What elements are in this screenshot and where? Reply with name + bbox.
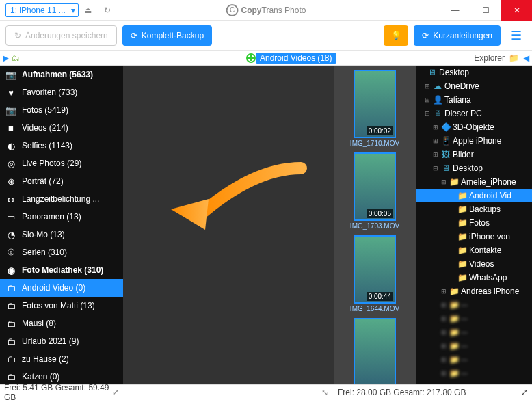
tree-expand-icon[interactable]: ⊞ [432,124,439,131]
tree-expand-icon[interactable]: ⊞ [440,343,447,349]
tree-item[interactable]: 📁Kontakte [416,243,532,257]
tree-item[interactable]: 🖥Desktop [416,66,532,79]
album-icon: ♥ [5,88,16,98]
sidebar-item[interactable]: ◔Slo-Mo (13) [0,226,123,243]
tree-item[interactable]: ⊟🖥Dieser PC [416,107,532,120]
video-duration: 0:00:44 [367,292,393,301]
album-icon: ■ [5,123,16,133]
tree-expand-icon[interactable]: ⊞ [440,329,447,336]
tree-expand-icon[interactable]: ⊟ [432,165,439,172]
tree-item[interactable]: 📁iPhone von [416,230,532,243]
tree-item[interactable]: ⊞📁··· [416,366,532,380]
expand-icon[interactable]: ⤢ [521,388,528,397]
sidebar-item[interactable]: 🗀Urlaub 2021 (9) [0,332,123,350]
expand-icon[interactable]: ⤡ [321,388,328,397]
preview-pane [123,66,334,384]
sidebar-item[interactable]: ⦾Serien (310) [0,243,123,261]
tree-item-label: ··· [461,328,468,337]
tree-item-label: Desktop [439,68,469,77]
tree-expand-icon[interactable]: ⊞ [440,302,447,308]
refresh-icon[interactable]: ↻ [98,1,117,20]
sidebar-item[interactable]: 🗀Android Video (0) [0,279,123,297]
tree-item[interactable]: 📁Fotos [416,216,532,230]
tree-item[interactable]: ⊞🖼Bilder [416,148,532,161]
tree-item[interactable]: ⊞📁··· [416,339,532,353]
tree-item[interactable]: 📁WhatsApp [416,271,532,284]
tree-item-label: WhatsApp [469,273,507,282]
tree-item[interactable]: 📁Android Vid [416,189,532,202]
thumbnail[interactable] [341,318,409,384]
thumbnail-filename: IMG_1644.MOV [350,305,399,312]
thumbnail-filename: IMG_1703.MOV [350,222,399,230]
sidebar-item-label: Android Video (0) [22,283,85,293]
sidebar-item-label: Slo-Mo (13) [22,230,65,239]
tree-expand-icon[interactable]: ⊞ [440,370,447,377]
save-changes-button[interactable]: ↻Änderungen speichern [5,25,117,46]
sidebar-item[interactable]: ◉Foto Mediathek (310) [0,261,123,279]
sidebar-item[interactable]: ■Videos (214) [0,119,123,137]
sidebar-item[interactable]: 📷Aufnahmen (5633) [0,66,123,83]
sidebar-item-label: Porträt (72) [22,176,64,186]
quickstart-button[interactable]: ⟳Kurzanleitungen [414,25,501,46]
video-duration: 0:00:05 [367,209,393,218]
tree-item[interactable]: ⊞📁··· [416,312,532,325]
collapse-icon[interactable]: ◀ [523,53,529,63]
minimize-button[interactable]: — [440,0,470,21]
sidebar-item[interactable]: 📷Fotos (5419) [0,101,123,119]
album-icon: 🗀 [5,301,16,311]
thumbnail[interactable]: 0:00:44IMG_1644.MOV [341,235,409,312]
tree-item[interactable]: 📁Videos [416,257,532,271]
tree-item-label: 3D-Objekte [453,122,494,132]
tree-item[interactable]: ⊞🔷3D-Objekte [416,120,532,134]
eject-icon[interactable]: ⏏ [79,1,98,20]
thumbnail[interactable]: 0:00:02IMG_1710.MOV [341,70,409,147]
tree-item[interactable]: ⊞📁··· [416,325,532,339]
device-selector[interactable]: 1: iPhone 11 ... [5,3,79,17]
tree-expand-icon[interactable]: ⊞ [432,137,439,144]
tips-button[interactable]: 💡 [384,25,408,46]
sidebar-item[interactable]: ◘Langzeitbelichtung ... [0,190,123,208]
thumbnails-pane: 0:00:02IMG_1710.MOV0:00:05IMG_1703.MOV0:… [334,66,416,384]
add-icon[interactable] [246,53,256,63]
close-button[interactable]: ✕ [501,0,532,21]
tree-expand-icon[interactable]: ⊞ [440,315,447,322]
tree-item[interactable]: 📁Backups [416,202,532,216]
tree-expand-icon[interactable]: ⊞ [440,356,447,363]
tree-expand-icon[interactable]: ⊟ [440,178,447,185]
expand-icon[interactable]: ⤢ [112,388,119,397]
folder-icon: 📁 [449,369,459,378]
tree-item[interactable]: ⊞📁··· [416,353,532,366]
thumbnail[interactable]: 0:00:05IMG_1703.MOV [341,152,409,230]
sidebar-item[interactable]: ◎Live Photos (29) [0,155,123,172]
tree-expand-icon[interactable]: ⊞ [440,288,447,295]
tree-item[interactable]: ⊞📁··· [416,298,532,312]
folder-tag[interactable]: Android Videos(18) [256,53,336,64]
sidebar-item[interactable]: ⊕Porträt (72) [0,172,123,190]
sidebar-item[interactable]: 🗀Katzen (0) [0,368,123,384]
album-icon[interactable]: 🗂 [12,53,20,63]
menu-button[interactable]: ☰ [506,25,527,46]
full-backup-button[interactable]: ⟳Komplett-Backup [122,25,212,46]
folder-icon: 📁 [457,191,467,200]
tree-item[interactable]: ⊞👤Tatiana [416,93,532,107]
tree-item[interactable]: ⊟🖥Desktop [416,161,532,175]
sidebar-item-label: Fotos von Matti (13) [22,301,95,310]
sidebar-item[interactable]: ♥Favoriten (733) [0,83,123,101]
tree-expand-icon[interactable]: ⊟ [424,110,431,117]
status-left-text: Frei: 5.41 GB Gesamt: 59.49 GB [4,383,112,401]
tree-expand-icon[interactable]: ⊞ [432,151,439,158]
sidebar-item[interactable]: 🗀zu Hause (2) [0,350,123,368]
tree-expand-icon[interactable]: ⊞ [424,83,431,90]
tree-item[interactable]: ⊞📱Apple iPhone [416,134,532,148]
sidebar-item[interactable]: 🗀Mausi (8) [0,315,123,332]
sidebar-item[interactable]: 🗀Fotos von Matti (13) [0,297,123,315]
play-icon[interactable]: ▶ [3,53,9,63]
tree-item[interactable]: ⊞☁OneDrive [416,79,532,93]
tree-expand-icon[interactable]: ⊞ [424,96,431,103]
tree-item[interactable]: ⊟📁Amelie_iPhone [416,175,532,189]
sidebar-item[interactable]: ▭Panoramen (13) [0,208,123,226]
sidebar-item[interactable]: ◐Selfies (1143) [0,137,123,155]
folder-icon[interactable]: 📁 [509,53,519,63]
tree-item[interactable]: ⊞📁Andreas iPhone [416,284,532,298]
maximize-button[interactable]: ☐ [470,0,501,21]
